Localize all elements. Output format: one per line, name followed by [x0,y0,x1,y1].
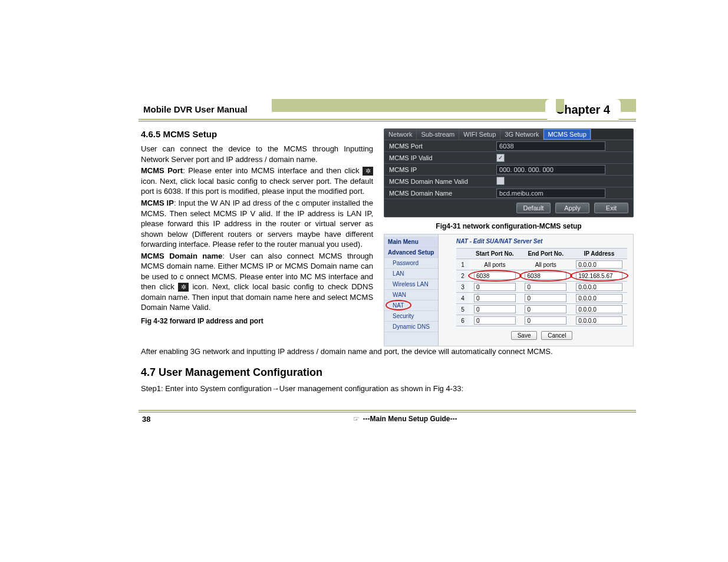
row-mcms-port: MCMS Port [384,140,633,152]
sidebar-item-wan[interactable]: WAN [384,290,438,300]
nat-start-input[interactable] [474,272,516,280]
mcms-ip-input[interactable] [496,165,605,174]
circled-highlight [523,272,569,280]
table-row: 2 [456,270,627,282]
nat-start-input[interactable] [474,305,516,313]
gear-icon: ✲ [363,167,373,176]
table-row: 3 [456,282,627,293]
label: MCMS IP [384,166,496,173]
nat-ip-input[interactable] [576,272,622,280]
page-number: 38 [139,415,174,424]
label-mcms-domain: MCMS Domain name [141,252,222,260]
cell-start [469,270,521,282]
sidebar-item-password[interactable]: Password [384,258,438,269]
dvr-mcms-panel: Network Sub-stream WIFI Setup 3G Network… [384,128,634,217]
apply-button[interactable]: Apply [555,203,589,213]
sidebar-main-menu[interactable]: Main Menu [384,237,438,247]
tab-network[interactable]: Network [384,129,417,140]
nat-tbody: 1All portsAll ports23456 [456,259,627,326]
label: MCMS Domain Name Valid [384,178,496,185]
tab-substream[interactable]: Sub-stream [417,129,459,140]
router-main: NAT - Edit SUA/NAT Server Set Start Port… [439,234,633,346]
sidebar-item-security[interactable]: Security [384,311,438,322]
cell-start [469,304,521,315]
nat-end-input[interactable] [525,316,566,325]
cell-end [521,270,571,282]
para-step1: Step1: Enter into System configuration→U… [141,384,634,394]
cell-idx: 5 [456,304,469,315]
fig-4-31-caption: Fig4-31 network configuration-MCMS setup [384,222,634,230]
chapter-badge: Chapter 4 [545,99,621,120]
cell-ip [571,282,627,293]
nat-start-input[interactable] [474,283,516,291]
table-row: 4 [456,293,627,304]
nat-ip-input[interactable] [576,294,622,302]
cell-ip [571,293,627,304]
tab-3g-network[interactable]: 3G Network [500,129,543,140]
router-title: NAT - Edit SUA/NAT Server Set [456,238,627,244]
page-footer: 38 ☞---Main Menu Setup Guide--- [139,410,636,424]
cell-end [521,293,571,304]
tab-wifi-setup[interactable]: WIFI Setup [459,129,500,140]
mcms-ip-valid-checkbox[interactable]: ✓ [496,154,505,162]
nat-start-input[interactable] [474,316,516,325]
router-nat-panel: Main Menu Advanced Setup Password LAN Wi… [384,234,634,346]
gear-icon: ✲ [178,283,189,292]
circled-highlight [574,272,625,280]
label: MCMS Port [384,143,496,150]
mcms-domain-input[interactable] [496,189,605,198]
text: : Please enter into MCMS interface and t… [183,166,363,175]
label: MCMS Domain Name [384,190,496,197]
exit-button[interactable]: Exit [594,203,628,213]
nat-end-input[interactable] [525,283,566,291]
footer-label: ---Main Menu Setup Guide--- [363,415,457,423]
dvr-tabs: Network Sub-stream WIFI Setup 3G Network… [384,129,633,140]
sidebar-item-lan[interactable]: LAN [384,269,438,279]
nat-table: Start Port No. End Port No. IP Address 1… [456,248,627,326]
router-buttons: Save Cancel [456,331,627,340]
nat-ip-input[interactable] [576,316,622,325]
tab-mcms-setup[interactable]: MCMS Setup [543,129,591,140]
sidebar-advanced-setup[interactable]: Advanced Setup [384,247,438,258]
mcms-port-input[interactable] [496,141,605,151]
cell-start: All ports [469,259,521,270]
router-sidebar: Main Menu Advanced Setup Password LAN Wi… [384,234,439,346]
col-idx [456,249,469,259]
body-columns: 4.6.5 MCMS Setup User can connect the de… [139,128,636,346]
para-mcms-port: MCMS Port: Please enter into MCMS interf… [141,166,373,197]
default-button[interactable]: Default [516,203,551,213]
cell-ip [571,304,627,315]
hand-icon: ☞ [353,415,360,423]
cell-end [521,304,571,315]
col-start-port: Start Port No. [469,249,521,259]
nat-ip-input[interactable] [576,283,622,291]
row-mcms-ip-valid: MCMS IP Valid ✓ [384,152,633,164]
nat-end-input[interactable] [525,272,566,280]
right-column: Network Sub-stream WIFI Setup 3G Network… [384,128,634,346]
cancel-button[interactable]: Cancel [541,331,572,340]
col-ip-address: IP Address [571,249,627,259]
save-button[interactable]: Save [511,331,538,340]
mcms-domain-valid-checkbox[interactable] [496,177,505,185]
row-mcms-domain: MCMS Domain Name [384,187,633,199]
cell-start [469,315,521,326]
nat-ip-input[interactable] [576,260,622,269]
sidebar-item-dynamic-dns[interactable]: Dynamic DNS [384,322,438,332]
nat-end-input[interactable] [525,305,566,313]
cell-end [521,282,571,293]
section-47-title: 4.7 User Management Configuration [141,365,634,380]
table-row: 6 [456,315,627,326]
para-mcms-ip: MCMS IP: Input the W AN IP ad dress of t… [141,198,373,250]
col-end-port: End Port No. [521,249,571,259]
cell-ip [571,315,627,326]
full-width-text: After enabling 3G network and inputting … [139,346,636,395]
table-row: 1All portsAll ports [456,259,627,270]
nat-start-input[interactable] [474,294,516,302]
nat-ip-input[interactable] [576,305,622,313]
nat-end-input[interactable] [525,294,566,302]
row-mcms-ip: MCMS IP [384,164,633,176]
cell-end: All ports [521,259,571,270]
text: icon. Next, click local basic config to … [141,177,373,196]
sidebar-item-wireless-lan[interactable]: Wireless LAN [384,279,438,290]
sidebar-item-nat[interactable]: NAT [384,300,438,311]
